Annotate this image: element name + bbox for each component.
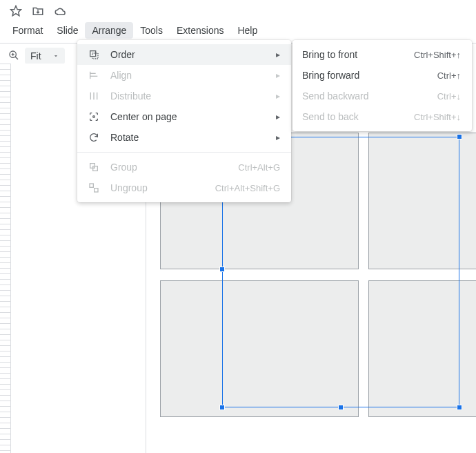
menu-item-label: Group (110, 162, 228, 173)
move-folder-icon[interactable] (32, 5, 44, 19)
zoom-icon[interactable] (8, 50, 19, 63)
menu-item-label: Order (110, 49, 266, 60)
menu-item-label: Bring to front (302, 49, 404, 60)
selection-handle[interactable] (219, 405, 225, 410)
star-icon[interactable] (10, 5, 22, 19)
svg-point-13 (93, 116, 95, 118)
menu-item-shortcut: Ctrl+↑ (437, 70, 461, 81)
svg-line-2 (15, 57, 18, 59)
menu-item-bring-forward[interactable]: Bring forward Ctrl+↑ (292, 65, 472, 86)
chevron-right-icon: ▸ (276, 50, 280, 59)
menu-separator (77, 152, 291, 153)
menu-item-label: Bring forward (302, 70, 428, 81)
zoom-label: Fit (30, 50, 41, 61)
vertical-ruler (0, 64, 11, 453)
menu-item-label: Center on page (110, 111, 266, 122)
menu-item-shortcut: Ctrl+Alt+G (238, 162, 280, 173)
menu-item-order[interactable]: Order ▸ (77, 44, 291, 65)
menu-item-shortcut: Ctrl+Alt+Shift+G (215, 183, 280, 193)
group-icon (87, 162, 101, 173)
menu-item-group: Group Ctrl+Alt+G (77, 157, 291, 177)
menu-item-send-to-back: Send to back Ctrl+Shift+↓ (292, 106, 472, 127)
selection-handle[interactable] (338, 405, 344, 410)
menu-item-shortcut: Ctrl+Shift+↑ (414, 50, 461, 60)
menu-item-label: Ungroup (110, 182, 206, 193)
menu-item-send-backward: Send backward Ctrl+↓ (292, 86, 472, 106)
chevron-right-icon: ▸ (276, 70, 280, 80)
selection-handle[interactable] (457, 134, 462, 139)
menu-item-shortcut: Ctrl+Shift+↓ (414, 112, 461, 122)
arrange-dropdown: Order ▸ Align ▸ Distribute ▸ Center on p… (77, 40, 291, 202)
menu-item-label: Distribute (110, 90, 266, 102)
menu-item-ungroup: Ungroup Ctrl+Alt+Shift+G (77, 177, 291, 198)
menu-item-label: Align (110, 70, 266, 81)
ungroup-icon (87, 182, 101, 193)
center-icon (87, 111, 101, 122)
order-icon (87, 49, 101, 60)
chevron-right-icon: ▸ (276, 112, 280, 122)
svg-rect-16 (90, 184, 93, 187)
selection-handle[interactable] (219, 267, 225, 272)
menu-item-label: Send backward (302, 90, 428, 102)
menu-item-align: Align ▸ (77, 65, 291, 86)
menu-item-rotate[interactable]: Rotate ▸ (77, 127, 291, 148)
menu-slide[interactable]: Slide (50, 22, 85, 39)
menu-item-label: Rotate (110, 132, 266, 143)
chevron-right-icon: ▸ (276, 91, 280, 101)
title-icon-row (0, 0, 476, 19)
menu-extensions[interactable]: Extensions (170, 22, 230, 39)
distribute-icon (87, 90, 101, 102)
svg-marker-0 (11, 6, 21, 15)
svg-rect-17 (95, 189, 98, 192)
selection-handle[interactable] (457, 405, 462, 410)
menu-item-distribute: Distribute ▸ (77, 86, 291, 106)
menu-tools[interactable]: Tools (133, 22, 170, 39)
align-icon (87, 70, 101, 81)
chevron-right-icon: ▸ (276, 133, 280, 142)
menu-item-shortcut: Ctrl+↓ (437, 91, 461, 102)
cloud-icon[interactable] (54, 5, 66, 19)
order-submenu: Bring to front Ctrl+Shift+↑ Bring forwar… (292, 40, 472, 131)
menu-item-center-on-page[interactable]: Center on page ▸ (77, 106, 291, 127)
menu-item-bring-to-front[interactable]: Bring to front Ctrl+Shift+↑ (292, 44, 472, 65)
menu-format[interactable]: Format (6, 22, 50, 39)
menu-help[interactable]: Help (230, 22, 264, 39)
zoom-dropdown[interactable]: Fit (25, 48, 65, 64)
menu-item-label: Send to back (302, 111, 404, 122)
menu-arrange[interactable]: Arrange (85, 22, 133, 39)
chevron-down-icon (52, 50, 59, 61)
rotate-icon (87, 132, 101, 143)
